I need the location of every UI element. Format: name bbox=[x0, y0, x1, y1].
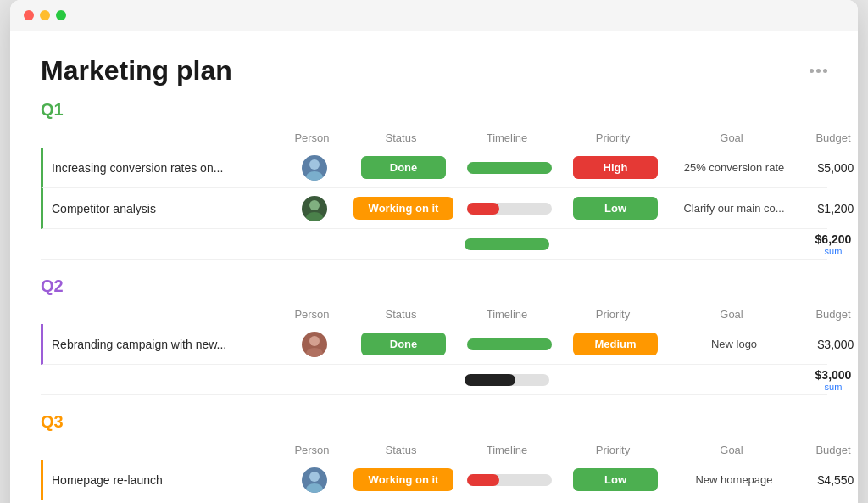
col-status: Status bbox=[346, 444, 456, 456]
sum-label: sum bbox=[825, 382, 843, 392]
priority-cell: Low bbox=[560, 197, 670, 220]
col-person: Person bbox=[278, 308, 346, 321]
task-name: Rebranding campaign with new... bbox=[43, 338, 281, 351]
person-cell bbox=[281, 196, 348, 221]
goal-cell: 25% conversion rate bbox=[670, 161, 798, 174]
timeline-fill bbox=[467, 338, 552, 350]
section-q3: Q3 Person Status Timeline Priority Goal … bbox=[10, 412, 858, 503]
col-budget: Budget bbox=[795, 131, 858, 144]
timeline-bar bbox=[467, 338, 552, 350]
sum-budget: $3,000 sum bbox=[795, 368, 858, 392]
close-icon[interactable] bbox=[24, 10, 34, 20]
col-status: Status bbox=[346, 308, 456, 321]
status-cell: Working on it bbox=[348, 468, 459, 491]
priority-cell: Low bbox=[560, 468, 670, 491]
sum-amount: $3,000 bbox=[815, 368, 852, 382]
timeline-cell bbox=[459, 162, 560, 174]
sum-row: $6,200 sum bbox=[41, 229, 827, 260]
col-status: Status bbox=[346, 131, 456, 144]
goal-cell: New homepage bbox=[670, 473, 798, 486]
avatar bbox=[302, 332, 327, 357]
sum-timeline-cell bbox=[456, 238, 558, 250]
q1-col-headers: Person Status Timeline Priority Goal Bud… bbox=[41, 126, 827, 148]
timeline-fill bbox=[467, 474, 499, 486]
timeline-cell bbox=[459, 474, 560, 486]
priority-badge: Low bbox=[573, 468, 658, 491]
title-bar bbox=[10, 0, 858, 31]
table-row: Rebranding campaign with new... Done Med… bbox=[41, 324, 827, 365]
goal-cell: New logo bbox=[670, 338, 798, 350]
col-goal: Goal bbox=[668, 308, 795, 321]
priority-badge: Low bbox=[573, 197, 658, 220]
status-badge: Done bbox=[361, 156, 446, 179]
minimize-icon[interactable] bbox=[40, 10, 50, 20]
col-timeline: Timeline bbox=[456, 308, 558, 321]
timeline-fill bbox=[467, 162, 552, 174]
priority-cell: High bbox=[560, 156, 670, 179]
status-badge: Done bbox=[361, 333, 446, 355]
col-priority: Priority bbox=[558, 444, 668, 456]
page-title: Marketing plan bbox=[41, 55, 232, 87]
svg-point-3 bbox=[306, 212, 323, 221]
timeline-bar bbox=[467, 203, 552, 215]
table-row: Competitor analysis Working on it Low Cl… bbox=[41, 188, 827, 229]
task-name: Homepage re-launch bbox=[43, 473, 281, 487]
q1-label: Q1 bbox=[41, 100, 64, 120]
col-priority: Priority bbox=[558, 131, 668, 144]
maximize-icon[interactable] bbox=[56, 10, 66, 20]
page-header: Marketing plan bbox=[10, 31, 858, 100]
svg-point-2 bbox=[309, 200, 320, 210]
sum-amount: $6,200 bbox=[815, 232, 852, 246]
col-task bbox=[41, 444, 278, 456]
task-name: Competitor analysis bbox=[43, 202, 281, 215]
sum-timeline-bar bbox=[465, 238, 549, 250]
status-cell: Done bbox=[348, 333, 459, 355]
budget-cell: $3,000 bbox=[798, 338, 858, 351]
section-q2: Q2 Person Status Timeline Priority Goal … bbox=[10, 277, 858, 412]
timeline-fill bbox=[467, 203, 499, 215]
svg-point-5 bbox=[306, 348, 323, 357]
budget-cell: $4,550 bbox=[798, 473, 858, 487]
goal-cell: Clarify our main co... bbox=[670, 202, 798, 215]
budget-cell: $5,000 bbox=[798, 161, 858, 175]
col-person: Person bbox=[278, 444, 346, 456]
sum-row: $3,000 sum bbox=[41, 365, 827, 395]
timeline-cell bbox=[459, 338, 560, 350]
sum-label: sum bbox=[825, 246, 843, 256]
svg-point-4 bbox=[309, 336, 320, 346]
section-header-q3: Q3 bbox=[41, 412, 827, 432]
table-row: Increasing conversion rates on... Done H… bbox=[41, 148, 827, 188]
priority-cell: Medium bbox=[560, 333, 670, 355]
avatar bbox=[302, 155, 327, 181]
avatar bbox=[302, 196, 327, 221]
svg-point-1 bbox=[306, 171, 323, 181]
q3-label: Q3 bbox=[41, 412, 64, 432]
col-goal: Goal bbox=[668, 131, 795, 144]
status-cell: Working on it bbox=[348, 197, 459, 220]
col-timeline: Timeline bbox=[456, 444, 558, 456]
timeline-cell bbox=[459, 203, 560, 215]
table-row: Homepage re-launch Working on it Low New… bbox=[41, 460, 827, 500]
budget-cell: $1,200 bbox=[798, 202, 858, 215]
more-options-button[interactable] bbox=[810, 69, 827, 73]
svg-point-6 bbox=[309, 472, 320, 482]
sum-timeline-bar bbox=[465, 374, 549, 386]
priority-badge: Medium bbox=[573, 333, 658, 355]
timeline-bar bbox=[467, 474, 552, 486]
person-cell bbox=[281, 332, 348, 357]
status-badge: Working on it bbox=[353, 468, 454, 491]
q3-col-headers: Person Status Timeline Priority Goal Bud… bbox=[41, 439, 827, 460]
priority-badge: High bbox=[573, 156, 658, 179]
col-goal: Goal bbox=[668, 444, 795, 456]
task-name: Increasing conversion rates on... bbox=[43, 161, 281, 175]
person-cell bbox=[281, 467, 348, 493]
app-window: Marketing plan Q1 Person Status Timeline… bbox=[10, 0, 858, 503]
section-header-q2: Q2 bbox=[41, 277, 827, 296]
col-task bbox=[41, 131, 278, 144]
col-budget: Budget bbox=[795, 308, 858, 321]
sum-timeline-cell bbox=[456, 374, 558, 386]
avatar bbox=[302, 467, 327, 493]
status-badge: Working on it bbox=[353, 197, 454, 220]
section-q1: Q1 Person Status Timeline Priority Goal … bbox=[10, 100, 858, 277]
col-task bbox=[41, 308, 278, 321]
